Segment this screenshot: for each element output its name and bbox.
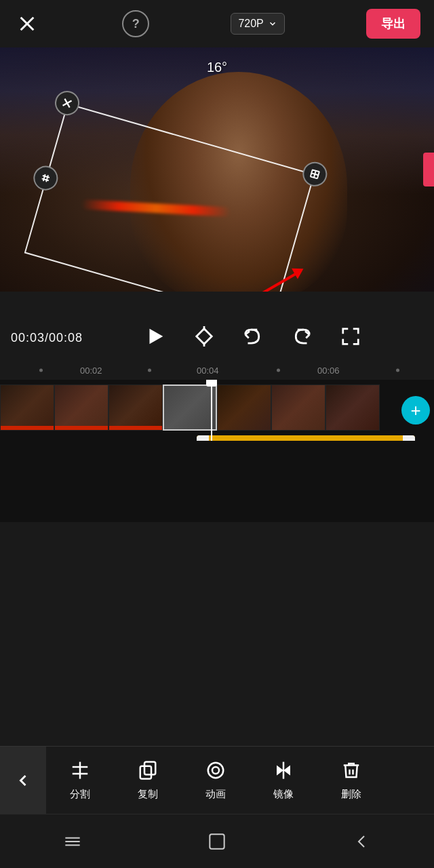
film-thumb-3 <box>108 384 163 431</box>
track-handle-left[interactable] <box>197 435 209 441</box>
timeline-ruler: 00:02 00:04 00:06 <box>0 361 434 380</box>
svg-marker-10 <box>150 329 163 344</box>
keyframe-button[interactable] <box>189 321 219 351</box>
timeline-track-area: + <box>0 380 434 441</box>
top-bar: ? 720P 导出 <box>0 0 434 47</box>
export-button[interactable]: 导出 <box>366 9 420 39</box>
animate-label: 动画 <box>205 788 226 801</box>
tools-list: 分割 复制 动画 <box>46 747 434 814</box>
nav-back-button[interactable] <box>341 821 382 862</box>
overlay-track[interactable] <box>197 435 415 441</box>
time-row: 00:03/00:08 <box>11 312 423 361</box>
quality-selector[interactable]: 720P <box>231 13 284 35</box>
film-thumb-2 <box>54 384 108 431</box>
playback-section: 00:03/00:08 <box>0 312 434 361</box>
svg-line-3 <box>63 99 72 108</box>
playhead[interactable] <box>211 380 212 441</box>
tool-animate[interactable]: 动画 <box>182 747 250 814</box>
ruler-dot-1 <box>39 369 43 372</box>
film-thumb-6 <box>271 384 326 431</box>
split-label: 分割 <box>70 788 90 801</box>
ruler-tick-06: 00:06 <box>317 366 340 376</box>
play-button[interactable] <box>140 321 170 351</box>
time-display: 00:03/00:08 <box>11 331 83 345</box>
fullscreen-button[interactable] <box>336 321 366 351</box>
rotation-label: 16° <box>207 60 227 75</box>
tool-split[interactable]: 分割 <box>46 747 114 814</box>
system-nav <box>0 814 434 868</box>
animate-icon <box>205 760 226 784</box>
svg-point-18 <box>208 762 224 778</box>
tools-back-button[interactable] <box>0 747 46 814</box>
mirror-icon <box>273 760 294 784</box>
spacer <box>0 292 434 312</box>
tool-copy[interactable]: 复制 <box>114 747 182 814</box>
track-handle-right[interactable] <box>403 435 415 441</box>
mirror-label: 镜像 <box>273 788 294 801</box>
undo-button[interactable] <box>238 321 268 351</box>
tool-mirror[interactable]: 镜像 <box>250 747 317 814</box>
timeline-extra <box>0 441 434 522</box>
tool-delete[interactable]: 删除 <box>317 747 385 814</box>
ruler-tick-04: 00:04 <box>197 366 219 376</box>
right-edge-indicator <box>423 153 434 186</box>
split-icon <box>70 760 90 784</box>
ruler-tick-02: 00:02 <box>80 366 102 376</box>
video-preview: 16° <box>0 47 434 292</box>
film-thumb-7 <box>326 384 380 431</box>
bottom-tools: 分割 复制 动画 <box>0 746 434 814</box>
transform-border <box>24 103 315 292</box>
playhead-handle[interactable] <box>206 380 217 387</box>
svg-rect-16 <box>144 762 155 774</box>
transform-overlay <box>0 47 434 292</box>
svg-rect-17 <box>140 766 151 778</box>
timeline-section: 00:02 00:04 00:06 + <box>0 361 434 522</box>
delete-label: 删除 <box>341 788 361 801</box>
copy-icon <box>138 760 158 784</box>
copy-label: 复制 <box>138 788 158 801</box>
film-thumb-1 <box>0 384 54 431</box>
svg-rect-26 <box>210 834 224 848</box>
help-button[interactable]: ? <box>122 10 149 37</box>
add-track-button[interactable]: + <box>401 396 430 425</box>
film-thumb-5 <box>217 384 271 431</box>
delete-icon <box>341 760 361 784</box>
redo-button[interactable] <box>287 321 317 351</box>
film-strip <box>0 384 380 431</box>
close-button[interactable] <box>14 10 41 37</box>
transform-box <box>24 103 315 292</box>
nav-home-button[interactable] <box>197 821 237 862</box>
film-thumb-4 <box>163 384 217 431</box>
svg-point-19 <box>212 767 219 774</box>
nav-menu-button[interactable] <box>52 821 93 862</box>
ruler-dot-3 <box>277 369 280 372</box>
controls-row <box>83 319 423 357</box>
ruler-dot-4 <box>396 369 399 372</box>
ruler-dot-2 <box>148 369 151 372</box>
